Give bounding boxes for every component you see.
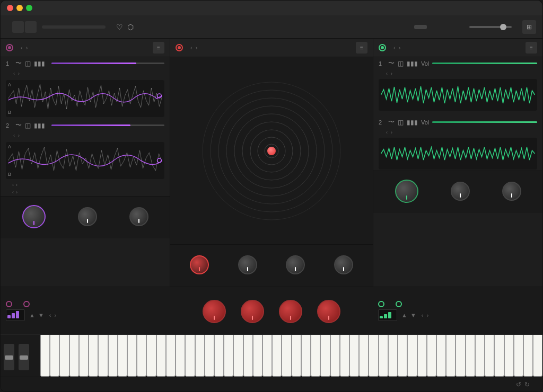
white-key[interactable] xyxy=(195,335,205,377)
preset-prev-button[interactable] xyxy=(12,21,24,33)
kaoss-circles[interactable] xyxy=(197,77,346,225)
osc2-menu-icon[interactable]: ▮▮▮ xyxy=(34,122,45,129)
white-key[interactable] xyxy=(262,335,272,377)
layer-a-arp-power[interactable] xyxy=(6,301,12,307)
layer-a-motion-power[interactable] xyxy=(23,301,30,307)
pitch-slider[interactable] xyxy=(4,344,14,370)
layer-a-next[interactable]: › xyxy=(25,44,29,51)
white-key[interactable] xyxy=(176,335,185,377)
white-key[interactable] xyxy=(504,335,514,377)
kaoss-save[interactable]: ≡ xyxy=(356,42,367,54)
white-key[interactable] xyxy=(533,335,542,377)
layer-a-power-button[interactable] xyxy=(6,44,13,51)
balance-knob[interactable] xyxy=(203,300,226,323)
osc1-layers-icon[interactable]: ◫ xyxy=(25,60,31,67)
osc2-nav-prev[interactable]: ‹ xyxy=(13,133,15,138)
osc-b2-nav-prev[interactable]: ‹ xyxy=(386,130,388,135)
bump-height-knob[interactable] xyxy=(190,255,209,274)
osc4-nav-prev[interactable]: ‹ xyxy=(12,190,14,195)
white-key[interactable] xyxy=(108,335,118,377)
layer-b-arp-power[interactable] xyxy=(378,301,384,307)
white-key[interactable] xyxy=(272,335,282,377)
edit-tab[interactable] xyxy=(428,25,441,29)
friction-knob[interactable] xyxy=(238,255,257,274)
white-key[interactable] xyxy=(69,335,79,377)
white-key[interactable] xyxy=(166,335,176,377)
kaoss-ball[interactable] xyxy=(267,147,276,155)
white-key[interactable] xyxy=(50,335,59,377)
white-key[interactable] xyxy=(466,335,475,377)
white-key[interactable] xyxy=(359,335,369,377)
layer-b-power-button[interactable] xyxy=(379,44,386,51)
osc-b2-nav-next[interactable]: › xyxy=(391,130,392,135)
white-key[interactable] xyxy=(89,335,98,377)
layer-b-prev[interactable]: ‹ xyxy=(392,44,397,51)
white-key[interactable] xyxy=(427,335,436,377)
white-key[interactable] xyxy=(301,335,311,377)
librarian-tab[interactable] xyxy=(442,25,454,29)
layer-b-motion-power[interactable] xyxy=(396,301,402,307)
layer-a-envelope-knob[interactable] xyxy=(78,207,97,226)
osc1-volume-bar[interactable] xyxy=(51,63,164,64)
osc1-menu-icon[interactable]: ▮▮▮ xyxy=(34,60,45,67)
layer-b-arp-up[interactable]: ▲ xyxy=(400,312,408,318)
osc-b2-menu-icon[interactable]: ▮▮▮ xyxy=(407,119,418,126)
white-key[interactable] xyxy=(292,335,301,377)
white-key[interactable] xyxy=(379,335,388,377)
layer-b-next[interactable]: › xyxy=(398,44,402,51)
white-key[interactable] xyxy=(417,335,427,377)
layer-b-preset-next[interactable]: › xyxy=(425,312,430,318)
layer-a-arp-down[interactable]: ▼ xyxy=(37,312,45,318)
osc-b1-wave-icon[interactable]: 〜 xyxy=(388,59,395,68)
white-key[interactable] xyxy=(253,335,262,377)
white-key[interactable] xyxy=(205,335,214,377)
layer-b-preset-prev[interactable]: ‹ xyxy=(421,312,425,318)
preset-next-button[interactable] xyxy=(25,21,37,33)
white-key[interactable] xyxy=(118,335,127,377)
kaoss-prev[interactable]: ‹ xyxy=(189,44,194,51)
white-key[interactable] xyxy=(320,335,330,377)
time-knob[interactable] xyxy=(286,255,305,274)
heart-icon[interactable]: ♡ xyxy=(116,23,123,31)
layer-b-arp-down[interactable]: ▼ xyxy=(409,312,417,318)
white-key[interactable] xyxy=(475,335,485,377)
patternize-knob[interactable] xyxy=(317,300,340,323)
osc-b1-volume-bar[interactable] xyxy=(432,63,537,64)
lag-time-knob[interactable] xyxy=(334,255,353,274)
osc-b2-volume-bar[interactable] xyxy=(432,121,537,123)
kaoss-display[interactable] xyxy=(170,57,373,244)
minimize-button[interactable] xyxy=(16,5,23,11)
white-key[interactable] xyxy=(330,335,340,377)
white-key[interactable] xyxy=(311,335,320,377)
osc2-volume-bar[interactable] xyxy=(51,124,164,126)
layer-a-prev[interactable]: ‹ xyxy=(20,44,24,51)
white-key[interactable] xyxy=(146,335,156,377)
hold-slider[interactable] xyxy=(469,26,512,28)
osc-b1-nav-next[interactable]: › xyxy=(391,71,392,76)
osc-b2-layers-icon[interactable]: ◫ xyxy=(398,119,404,126)
white-key[interactable] xyxy=(98,335,108,377)
layer-a-preset-prev[interactable]: ‹ xyxy=(48,312,52,318)
layer-a-arp-up[interactable]: ▲ xyxy=(28,312,36,318)
osc2-layers-icon[interactable]: ◫ xyxy=(25,122,31,129)
save-icon[interactable]: ⬡ xyxy=(127,23,134,31)
white-key[interactable] xyxy=(494,335,504,377)
osc-b2-wave-icon[interactable]: 〜 xyxy=(388,118,395,127)
mod-slider[interactable] xyxy=(19,344,29,370)
white-key[interactable] xyxy=(185,335,195,377)
white-key[interactable] xyxy=(137,335,146,377)
osc-b1-menu-icon[interactable]: ▮▮▮ xyxy=(407,60,418,67)
layer-a-preset-next[interactable]: › xyxy=(53,312,57,318)
white-key[interactable] xyxy=(40,335,50,377)
close-button[interactable] xyxy=(7,5,13,11)
white-key[interactable] xyxy=(127,335,137,377)
kaoss-power-button[interactable] xyxy=(176,44,183,51)
osc2-nav-next[interactable]: › xyxy=(18,133,20,138)
osc1-nav-next[interactable]: › xyxy=(18,71,20,76)
white-key[interactable] xyxy=(446,335,456,377)
white-key[interactable] xyxy=(233,335,243,377)
white-key[interactable] xyxy=(340,335,349,377)
osc1-nav-prev[interactable]: ‹ xyxy=(13,71,15,76)
white-key[interactable] xyxy=(156,335,166,377)
white-key[interactable] xyxy=(79,335,89,377)
